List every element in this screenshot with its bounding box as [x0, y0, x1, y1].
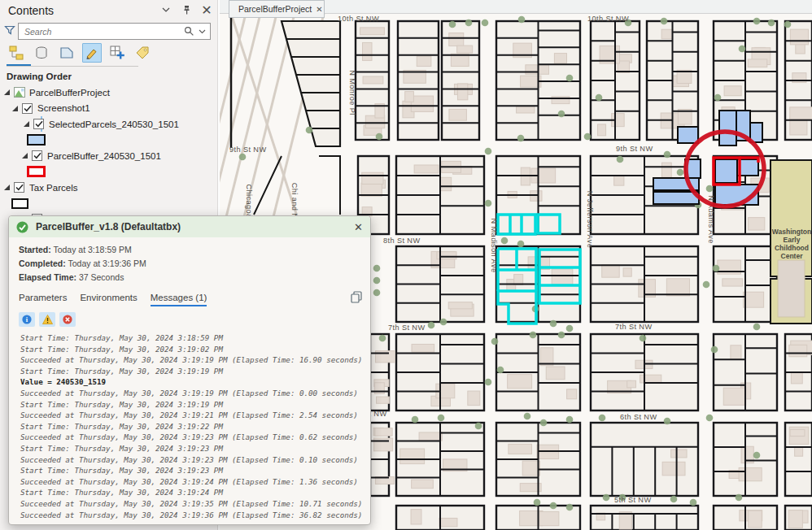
layer-checkbox[interactable]: [14, 182, 24, 193]
list-by-labeling-icon[interactable]: [133, 43, 152, 63]
log-line: Start Time: Thursday, May 30, 2024 3:19:…: [20, 344, 370, 355]
elapsed-row: Elapsed Time: 37 Seconds: [19, 272, 360, 282]
success-check-icon: [16, 221, 28, 233]
log-line: Succeeded at Thursday, May 30, 2024 3:19…: [20, 510, 370, 521]
log-line: Start Time: Thursday, May 30, 2024 3:19:…: [20, 366, 370, 377]
tree-item-parcel-buffer[interactable]: ParcelBuffer_240530_1501: [0, 148, 217, 164]
search-input-box[interactable]: [18, 23, 211, 40]
started-row: Started: Today at 3:18:59 PM: [19, 245, 360, 254]
warning-filter-toggle[interactable]: [39, 312, 55, 327]
warning-icon: [42, 315, 53, 324]
street-label: 7th St NW: [388, 324, 425, 332]
error-icon: [63, 315, 72, 324]
completed-row: Completed: Today at 3:19:36 PM: [19, 258, 360, 268]
expand-triangle-icon[interactable]: [21, 152, 28, 159]
svg-text:Early: Early: [784, 236, 801, 244]
tab-parameters[interactable]: Parameters: [19, 293, 67, 306]
street-label: 7th St NW: [615, 323, 652, 331]
expand-triangle-icon[interactable]: [3, 89, 11, 96]
list-by-selection-icon[interactable]: [57, 43, 76, 63]
blue-fill-swatch[interactable]: [27, 134, 46, 146]
info-filter-toggle[interactable]: i: [19, 312, 35, 327]
expand-triangle-icon[interactable]: [23, 120, 30, 128]
street-label: 8th St NW: [383, 237, 420, 245]
street-label: 10th St NW: [338, 15, 379, 23]
tree-item-screenshot1[interactable]: Screenshot1: [0, 101, 217, 117]
error-filter-toggle[interactable]: [59, 312, 76, 327]
tab-close-icon[interactable]: ✕: [316, 5, 322, 14]
chevron-down-icon[interactable]: [160, 4, 172, 15]
tree-item-label[interactable]: ParcelBufferProject: [29, 88, 110, 98]
filter-funnel-icon[interactable]: [4, 24, 15, 39]
svg-text:Washington: Washington: [772, 228, 811, 236]
tree-item-tax-parcels[interactable]: Tax Parcels: [0, 180, 217, 196]
log-line: Succeeded at Thursday, May 30, 2024 3:19…: [20, 354, 370, 366]
search-icon[interactable]: [184, 26, 194, 37]
geoprocessing-result-dialog: ParcelBuffer_v1.8 (Defaultatbx) ✕ Starte…: [8, 215, 371, 525]
street-label: 6th St NW: [620, 413, 657, 421]
black-outline-swatch[interactable]: [11, 198, 28, 209]
map-thumbnail-icon: [14, 87, 25, 98]
expand-triangle-icon[interactable]: [3, 184, 11, 191]
message-log: Start Time: Thursday, May 30, 2024 3:18:…: [9, 327, 370, 520]
list-by-data-source-icon[interactable]: [32, 43, 51, 63]
toolbar-rule: [7, 66, 138, 67]
log-line: Start Time: Thursday, May 30, 2024 3:19:…: [20, 443, 370, 454]
tab-messages[interactable]: Messages (1): [151, 293, 207, 306]
layer-checkbox[interactable]: [32, 150, 42, 161]
tree-item-label[interactable]: SelectedParcels_240530_1501: [49, 119, 179, 129]
log-line: Succeeded at Thursday, May 30, 2024 3:19…: [20, 388, 370, 399]
selected-parcel: [715, 159, 737, 183]
copy-icon[interactable]: [351, 291, 362, 305]
layer-checkbox[interactable]: [33, 119, 44, 129]
red-outline-swatch[interactable]: [27, 166, 46, 177]
log-line: Start Time: Thursday, May 30, 2024 3:19:…: [20, 421, 370, 432]
log-line: Succeeded at Thursday, May 30, 2024 3:19…: [20, 476, 370, 488]
list-by-editing-icon[interactable]: [82, 43, 102, 63]
symbology-row[interactable]: [0, 132, 217, 149]
tree-item-label[interactable]: Tax Parcels: [29, 183, 77, 193]
expand-triangle-icon[interactable]: [11, 105, 19, 112]
layer-checkbox[interactable]: [22, 103, 33, 114]
info-icon: i: [22, 315, 32, 324]
list-by-snapping-icon[interactable]: [107, 43, 127, 63]
symbology-row[interactable]: [0, 196, 217, 212]
layer-tree: ParcelBufferProject Screenshot1 Selected…: [0, 85, 217, 228]
dialog-close-icon[interactable]: ✕: [354, 221, 363, 233]
log-line: Start Time: Thursday, May 30, 2024 3:18:…: [20, 332, 370, 344]
tab-parcelbufferproject[interactable]: ParcelBufferProject ✕: [229, 0, 325, 18]
selected-parcel: [678, 127, 698, 143]
tree-item-selected-parcels[interactable]: SelectedParcels_240530_1501: [0, 116, 217, 132]
list-by-drawing-order-icon[interactable]: [7, 43, 26, 63]
log-line: Succeeded at Thursday, May 30, 2024 3:19…: [20, 410, 370, 421]
close-icon[interactable]: ✕: [201, 4, 212, 15]
tree-item-label[interactable]: Screenshot1: [37, 103, 90, 113]
street-label: 10th St NW: [587, 15, 629, 23]
panel-title: Contents: [8, 4, 54, 17]
street-label: 9th St NW: [616, 145, 653, 153]
selected-parcel: [653, 192, 699, 204]
street-label: 5th St NW: [614, 496, 651, 504]
street-label: N Jefferson Ave: [586, 191, 594, 249]
log-line: Start Time: Thursday, May 30, 2024 3:19:…: [20, 399, 370, 411]
street-label: 9th St NW: [229, 146, 266, 154]
search-history-chevron-icon[interactable]: [199, 29, 206, 34]
log-line: Succeeded at Thursday, May 30, 2024 3:19…: [20, 454, 370, 466]
log-line: Succeeded at Thursday, May 30, 2024 3:19…: [20, 432, 370, 443]
tree-item-project[interactable]: ParcelBufferProject: [0, 85, 217, 101]
svg-text:Center: Center: [781, 252, 804, 260]
log-line-value: Value = 240530_1519: [20, 376, 370, 388]
svg-text:Childhood: Childhood: [775, 244, 809, 252]
search-input[interactable]: [19, 27, 184, 37]
street-label: N Monroe Pl: [348, 70, 356, 115]
dialog-header: ParcelBuffer_v1.8 (Defaultatbx) ✕: [9, 216, 370, 237]
tree-item-label[interactable]: ParcelBuffer_240530_1501: [47, 151, 161, 161]
pin-icon[interactable]: [181, 4, 192, 15]
dialog-title: ParcelBuffer_v1.8 (Defaultatbx): [36, 221, 181, 232]
selected-parcel: [719, 111, 736, 146]
section-label: Drawing Order: [7, 72, 72, 81]
tab-environments[interactable]: Environments: [80, 293, 137, 306]
symbology-row[interactable]: [0, 164, 217, 180]
tab-title: ParcelBufferProject: [238, 4, 312, 14]
street-label: Chicago&: [245, 184, 253, 219]
